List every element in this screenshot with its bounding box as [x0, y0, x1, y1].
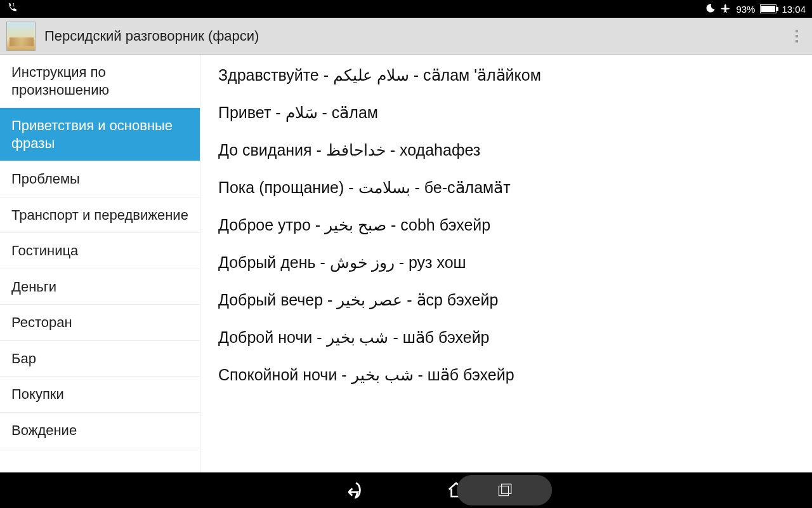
phrase-list: Здравствуйте - سلام عليكم - сӓлам 'ӓлӓйк…	[200, 55, 812, 472]
battery-icon	[760, 4, 776, 13]
svg-rect-1	[499, 486, 508, 496]
sidebar-item[interactable]: Ресторан	[0, 305, 200, 341]
sidebar-item[interactable]: Бар	[0, 341, 200, 377]
main-content: Инструкция по произношениюПриветствия и …	[0, 55, 812, 472]
missed-call-icon: 1	[6, 3, 18, 16]
sidebar-item[interactable]: Покупки	[0, 377, 200, 413]
svg-rect-2	[502, 484, 511, 493]
sidebar-item[interactable]: Гостиница	[0, 233, 200, 269]
sidebar-item[interactable]: Деньги	[0, 269, 200, 305]
phrase-row[interactable]: Добрый день - روز خوش - руз хош	[218, 253, 794, 272]
svg-text:1: 1	[13, 3, 15, 7]
clock-text: 13:04	[782, 4, 806, 15]
sidebar-item[interactable]: Транспорт и передвижение	[0, 197, 200, 234]
status-bar: 1 93% 13:04	[0, 0, 812, 18]
moon-icon	[705, 3, 716, 15]
phrase-row[interactable]: До свидания - خداحافظ - ходаhафез	[218, 141, 794, 159]
app-icon	[6, 22, 36, 51]
phrase-row[interactable]: Привет - سَلام - сӓлам	[218, 104, 794, 122]
sidebar-item[interactable]: Вождение	[0, 413, 200, 449]
airplane-icon	[721, 3, 731, 15]
phrase-row[interactable]: Спокойной ночи - شب بخير - шӓб бэхейр	[218, 366, 794, 384]
app-title: Персидский разговорник (фарси)	[44, 28, 259, 44]
battery-percent: 93%	[736, 4, 755, 15]
sidebar: Инструкция по произношениюПриветствия и …	[0, 55, 200, 472]
phrase-row[interactable]: Доброе утро - صبح بخير - соbh бэхейр	[218, 216, 794, 234]
sidebar-item[interactable]: Проблемы	[0, 161, 200, 197]
phrase-row[interactable]: Доброй ночи - شب بخير - шӓб бэхейр	[218, 328, 794, 347]
sidebar-item[interactable]: Инструкция по произношению	[0, 55, 200, 108]
action-bar: Персидский разговорник (фарси)	[0, 18, 812, 55]
phrase-row[interactable]: Здравствуйте - سلام عليكم - сӓлам 'ӓлӓйк…	[218, 66, 794, 84]
phrase-row[interactable]: Пока (прощание) - بسلامت - бе-сӓламӓт	[218, 178, 794, 197]
phrase-row[interactable]: Добрый вечер - عصر بخير - ӓср бэхейр	[218, 291, 794, 309]
navigation-bar	[0, 472, 812, 508]
recent-apps-button[interactable]	[457, 475, 552, 505]
sidebar-item[interactable]: Приветствия и основные фразы	[0, 108, 200, 161]
back-button[interactable]	[344, 478, 368, 502]
overflow-menu-button[interactable]	[788, 26, 806, 46]
